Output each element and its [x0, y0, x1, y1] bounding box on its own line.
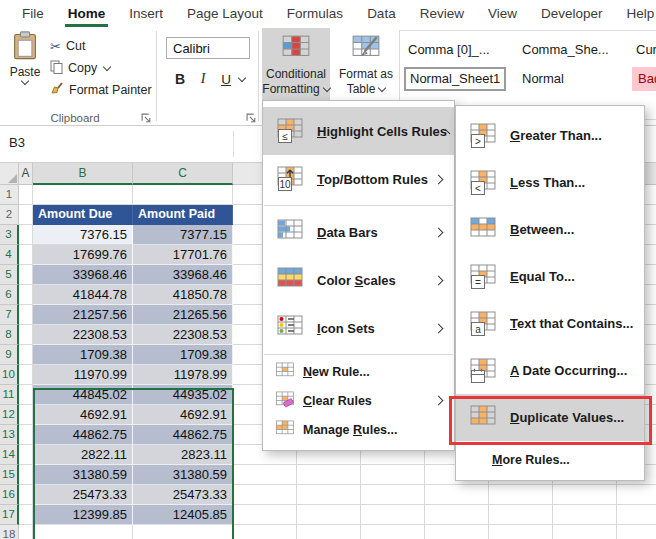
- column-header-a[interactable]: A: [19, 163, 33, 185]
- cell-b2[interactable]: Amount Due: [33, 205, 133, 225]
- cell[interactable]: [553, 525, 617, 539]
- cell-a17[interactable]: [19, 505, 33, 525]
- cell-c14[interactable]: 2823.11: [133, 445, 233, 465]
- cell[interactable]: [297, 485, 361, 505]
- cell-c17[interactable]: 12405.85: [133, 505, 233, 525]
- cell-c6[interactable]: 41850.78: [133, 285, 233, 305]
- select-all-corner[interactable]: [0, 163, 19, 185]
- cell-c2[interactable]: Amount Paid: [133, 205, 233, 225]
- row-number-11[interactable]: 11: [0, 385, 19, 405]
- style-chip-bad[interactable]: Bad: [632, 67, 656, 91]
- cell-c10[interactable]: 11978.99: [133, 365, 233, 385]
- cell-b18[interactable]: [33, 525, 133, 539]
- row-number-7[interactable]: 7: [0, 305, 19, 325]
- cell-c5[interactable]: 33968.46: [133, 265, 233, 285]
- cell-c16[interactable]: 25473.33: [133, 485, 233, 505]
- cell[interactable]: [361, 505, 425, 525]
- cell-b13[interactable]: 44862.75: [33, 425, 133, 445]
- copy-button[interactable]: Copy: [50, 58, 110, 78]
- cell[interactable]: [233, 525, 297, 539]
- row-number-17[interactable]: 17: [0, 505, 19, 525]
- clipboard-dialog-launcher-icon[interactable]: [141, 110, 152, 121]
- tab-review[interactable]: Review: [408, 0, 476, 27]
- underline-dropdown-chevron-icon[interactable]: [238, 74, 246, 82]
- cell[interactable]: [617, 525, 656, 539]
- tab-help[interactable]: Help: [615, 0, 656, 27]
- style-chip-normal-sheet1[interactable]: Normal_Sheet1: [404, 67, 506, 91]
- cell[interactable]: [489, 525, 553, 539]
- column-header-b[interactable]: B: [33, 163, 133, 185]
- cell-b16[interactable]: 25473.33: [33, 485, 133, 505]
- cell-b17[interactable]: 12399.85: [33, 505, 133, 525]
- menu-item-icon-sets[interactable]: Icon Sets: [263, 304, 454, 352]
- menu-item-duplicate-values[interactable]: Duplicate Values...: [456, 394, 644, 441]
- menu-item-between[interactable]: Between...: [456, 206, 644, 253]
- cell-a6[interactable]: [19, 285, 33, 305]
- cell[interactable]: [489, 485, 553, 505]
- style-chip-comma-0[interactable]: Comma [0]_...: [404, 38, 506, 62]
- row-number-14[interactable]: 14: [0, 445, 19, 465]
- style-chip-comma-she[interactable]: Comma_She...: [518, 38, 620, 62]
- cell-a12[interactable]: [19, 405, 33, 425]
- menu-item-more-rules[interactable]: More Rules...: [456, 446, 644, 474]
- cell-a11[interactable]: [19, 385, 33, 405]
- cell-b1[interactable]: [33, 185, 133, 205]
- bold-button[interactable]: B: [170, 71, 190, 87]
- row-number-8[interactable]: 8: [0, 325, 19, 345]
- cell-a13[interactable]: [19, 425, 33, 445]
- menu-item-greater-than[interactable]: >Greater Than...: [456, 112, 644, 159]
- cell[interactable]: [233, 505, 297, 525]
- menu-item-text-that-contains[interactable]: aText that Contains...: [456, 300, 644, 347]
- row-number-5[interactable]: 5: [0, 265, 19, 285]
- row-number-1[interactable]: 1: [0, 185, 19, 205]
- row-number-2[interactable]: 2: [0, 205, 19, 225]
- italic-button[interactable]: I: [193, 71, 213, 87]
- cell[interactable]: [297, 525, 361, 539]
- column-header-c[interactable]: C: [133, 163, 233, 185]
- cell-a3[interactable]: [19, 225, 33, 245]
- cell[interactable]: [297, 505, 361, 525]
- cell-b11[interactable]: 44845.02: [33, 385, 133, 405]
- row-number-12[interactable]: 12: [0, 405, 19, 425]
- cell-a2[interactable]: [19, 205, 33, 225]
- cell-b14[interactable]: 2822.11: [33, 445, 133, 465]
- cell[interactable]: [425, 485, 489, 505]
- cell[interactable]: [425, 505, 489, 525]
- cell-a1[interactable]: [19, 185, 33, 205]
- menu-item-top-bottom-rules[interactable]: 10Top/Bottom Rules: [263, 155, 454, 203]
- cell-a7[interactable]: [19, 305, 33, 325]
- row-number-9[interactable]: 9: [0, 345, 19, 365]
- cell-c18[interactable]: [133, 525, 233, 539]
- cell[interactable]: [425, 525, 489, 539]
- menu-item-less-than[interactable]: <Less Than...: [456, 159, 644, 206]
- cell-c4[interactable]: 17701.76: [133, 245, 233, 265]
- tab-page-layout[interactable]: Page Layout: [175, 0, 275, 27]
- cell-a16[interactable]: [19, 485, 33, 505]
- format-painter-button[interactable]: Format Painter: [50, 80, 152, 100]
- cell-b3[interactable]: 7376.15: [33, 225, 133, 245]
- cell-c7[interactable]: 21265.56: [133, 305, 233, 325]
- cell-b4[interactable]: 17699.76: [33, 245, 133, 265]
- paste-button[interactable]: Paste: [4, 31, 46, 84]
- menu-item-equal-to[interactable]: =Equal To...: [456, 253, 644, 300]
- cell-a18[interactable]: [19, 525, 33, 539]
- cell[interactable]: [233, 485, 297, 505]
- menu-item-manage-rules[interactable]: Manage Rules...: [263, 415, 454, 444]
- cell-a15[interactable]: [19, 465, 33, 485]
- cell-a4[interactable]: [19, 245, 33, 265]
- cell-c12[interactable]: 4692.91: [133, 405, 233, 425]
- style-chip-currency[interactable]: Currency: [632, 38, 656, 62]
- cell-c15[interactable]: 31380.59: [133, 465, 233, 485]
- cell[interactable]: [553, 485, 617, 505]
- cell-b9[interactable]: 1709.38: [33, 345, 133, 365]
- cell-c8[interactable]: 22308.53: [133, 325, 233, 345]
- cell-a9[interactable]: [19, 345, 33, 365]
- menu-item-highlight-cells-rules[interactable]: ≤Highlight Cells Rules: [263, 107, 454, 155]
- font-dialog-launcher-icon[interactable]: [246, 110, 257, 121]
- cell[interactable]: [297, 465, 361, 485]
- menu-item-data-bars[interactable]: Data Bars: [263, 208, 454, 256]
- cell-c11[interactable]: 44935.02: [133, 385, 233, 405]
- cell[interactable]: [617, 485, 656, 505]
- cell-c13[interactable]: 44862.75: [133, 425, 233, 445]
- row-number-6[interactable]: 6: [0, 285, 19, 305]
